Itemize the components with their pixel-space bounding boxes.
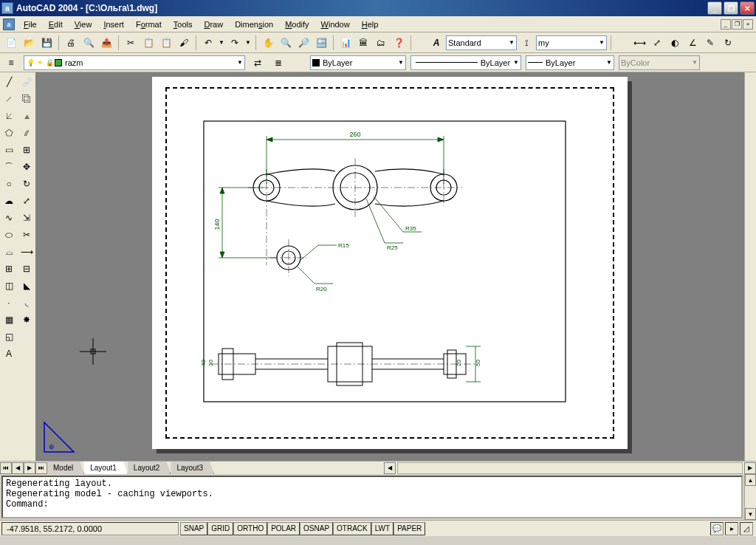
layer-dropdown[interactable]: 💡 ☀ 🔒 razm ▼	[24, 55, 245, 70]
doc-icon[interactable]: a	[3, 18, 15, 30]
maximize-button[interactable]: ❐	[724, 1, 738, 15]
tab-layout2[interactable]: Layout2	[128, 462, 171, 474]
doc-close-button[interactable]: ×	[743, 19, 753, 30]
cut-button[interactable]: ✂	[123, 35, 139, 51]
ellipse-button[interactable]: ⬭	[1, 227, 17, 243]
menu-modify[interactable]: Modify	[279, 18, 315, 30]
pline-button[interactable]: ⟀	[1, 108, 17, 124]
match-props-button[interactable]: 🖌	[176, 35, 192, 51]
menu-file[interactable]: File	[18, 18, 43, 30]
horizontal-scrollbar[interactable]	[397, 462, 743, 474]
status-toggle-grid[interactable]: GRID	[207, 522, 233, 535]
status-toggle-paper[interactable]: PAPER	[394, 522, 425, 535]
open-button[interactable]: 📂	[21, 35, 37, 51]
menu-tools[interactable]: Tools	[168, 18, 199, 30]
tab-model[interactable]: Model	[47, 462, 84, 474]
dim-radius-button[interactable]: ◐	[667, 35, 683, 51]
circle-button[interactable]: ○	[1, 176, 17, 192]
plot-preview-button[interactable]: 🔍	[80, 35, 97, 51]
vertical-scrollbar[interactable]	[744, 72, 756, 461]
fillet-button[interactable]: ◟	[18, 295, 35, 311]
cmd-scroll-up-button[interactable]: ▲	[745, 474, 756, 486]
hatch-button[interactable]: ▦	[1, 312, 17, 328]
drawing-canvas[interactable]: 260	[35, 72, 744, 461]
command-scrollbar[interactable]: ▲ ▼	[744, 474, 756, 520]
command-window[interactable]: Regenerating layout. Regenerating model …	[1, 476, 743, 518]
design-center-button[interactable]: 🏛	[355, 35, 371, 51]
make-block-button[interactable]: ◫	[1, 278, 17, 294]
coords-display[interactable]: -47.9518, 55.2172, 0.0000	[1, 522, 179, 535]
doc-minimize-button[interactable]: _	[721, 19, 731, 30]
pan-button[interactable]: ✋	[260, 35, 276, 51]
erase-button[interactable]: 🩹	[18, 74, 35, 90]
dim-edit-button[interactable]: ✎	[702, 35, 718, 51]
paste-button[interactable]: 📋	[158, 35, 174, 51]
text-style-dropdown[interactable]: Standard▼	[446, 35, 517, 50]
chamfer-button[interactable]: ◣	[18, 278, 35, 294]
layer-states-button[interactable]: ≣	[270, 55, 286, 71]
tray-settings-icon[interactable]: ▸	[725, 522, 738, 535]
array-button[interactable]: ⊞	[18, 142, 35, 158]
rotate-button[interactable]: ↻	[18, 176, 35, 192]
cmd-scroll-down-button[interactable]: ▼	[745, 508, 756, 520]
publish-button[interactable]: 📤	[98, 35, 114, 51]
menu-dimension[interactable]: Dimension	[229, 18, 279, 30]
region-button[interactable]: ◱	[1, 329, 17, 345]
tab-layout3[interactable]: Layout3	[171, 462, 214, 474]
scale-button[interactable]: ⤢	[18, 193, 35, 209]
menu-insert[interactable]: Insert	[97, 18, 130, 30]
extend-button[interactable]: ⟶	[18, 244, 35, 260]
trim-button[interactable]: ✂	[18, 227, 35, 243]
menu-draw[interactable]: Draw	[198, 18, 229, 30]
help-button[interactable]: ❓	[391, 35, 407, 51]
dim-update-button[interactable]: ↻	[720, 35, 736, 51]
redo-button[interactable]: ↷	[227, 35, 243, 51]
zoom-realtime-button[interactable]: 🔍	[278, 35, 294, 51]
menu-view[interactable]: View	[69, 18, 98, 30]
new-button[interactable]: 📄	[3, 35, 19, 51]
break-button[interactable]: ⊟	[18, 261, 35, 277]
layer-manager-button[interactable]: ≡	[3, 55, 19, 71]
explode-button[interactable]: ✸	[18, 312, 35, 328]
menu-edit[interactable]: Edit	[43, 18, 69, 30]
status-toggle-snap[interactable]: SNAP	[180, 522, 207, 535]
tray-lock-icon[interactable]: ◿	[740, 522, 753, 535]
plot-button[interactable]: 🖨	[63, 35, 79, 51]
copy-obj-button[interactable]: ⿻	[18, 91, 35, 107]
move-button[interactable]: ✥	[18, 159, 35, 175]
ellipse-arc-button[interactable]: ⌓	[1, 244, 17, 260]
lineweight-dropdown[interactable]: ByLayer▼	[526, 55, 614, 70]
spline-button[interactable]: ∿	[1, 210, 17, 226]
dim-angular-button[interactable]: ∠	[684, 35, 701, 51]
tab-last-button[interactable]: ⏭	[35, 462, 47, 474]
status-toggle-osnap[interactable]: OSNAP	[300, 522, 333, 535]
hscroll-right-button[interactable]: ▶	[744, 462, 756, 474]
status-toggle-ortho[interactable]: ORTHO	[233, 522, 267, 535]
color-dropdown[interactable]: ByLayer▼	[310, 55, 406, 70]
mtext-button[interactable]: A	[1, 346, 17, 362]
menu-help[interactable]: Help	[356, 18, 385, 30]
undo-button[interactable]: ↶	[200, 35, 216, 51]
xline-button[interactable]: ⟋	[1, 91, 17, 107]
arc-button[interactable]: ⌒	[1, 159, 17, 175]
zoom-previous-button[interactable]: 🔙	[313, 35, 329, 51]
status-toggle-polar[interactable]: POLAR	[267, 522, 300, 535]
dim-style-icon[interactable]: ⟟	[518, 35, 535, 51]
tab-first-button[interactable]: ⏮	[0, 462, 12, 474]
undo-dropdown[interactable]: ▼	[218, 35, 225, 51]
linetype-dropdown[interactable]: ByLayer▼	[410, 55, 521, 70]
point-button[interactable]: ·	[1, 295, 17, 311]
mirror-button[interactable]: ⟁	[18, 108, 35, 124]
status-toggle-lwt[interactable]: LWT	[371, 522, 394, 535]
tab-prev-button[interactable]: ◀	[12, 462, 24, 474]
insert-block-button[interactable]: ⊞	[1, 261, 17, 277]
status-toggle-otrack[interactable]: OTRACK	[333, 522, 371, 535]
line-button[interactable]: ╱	[1, 74, 17, 90]
minimize-button[interactable]: _	[707, 1, 722, 15]
revcloud-button[interactable]: ☁	[1, 193, 17, 209]
hscroll-left-button[interactable]: ◀	[384, 462, 396, 474]
polygon-button[interactable]: ⬠	[1, 125, 17, 141]
save-button[interactable]: 💾	[38, 35, 55, 51]
tab-layout1[interactable]: Layout1	[84, 462, 128, 474]
tool-palettes-button[interactable]: 🗂	[373, 35, 389, 51]
